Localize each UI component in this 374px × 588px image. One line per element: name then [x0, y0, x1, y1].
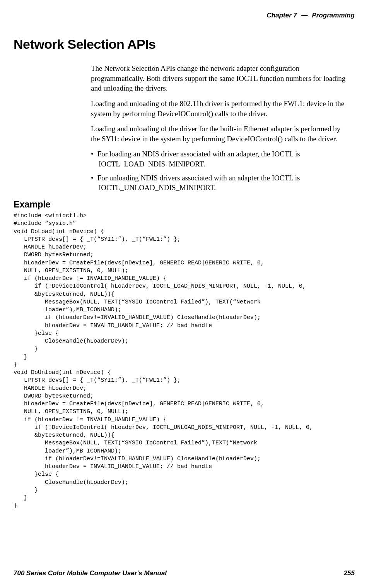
chapter-topic: Programming — [312, 12, 355, 19]
page-footer: 700 Series Color Mobile Computer User's … — [14, 569, 355, 577]
page-number: 255 — [344, 569, 355, 577]
example-heading: Example — [14, 199, 355, 210]
code-example: #include <winioctl.h> #include “sysio.h”… — [14, 212, 355, 510]
paragraph-3: Loading and unloading of the driver for … — [91, 124, 351, 144]
paragraph-2: Loading and unloading of the 802.11b dri… — [91, 99, 351, 118]
bullet-list: For loading an NDIS driver associated wi… — [91, 149, 351, 193]
header-separator: — — [299, 12, 310, 19]
chapter-label: Chapter 7 — [267, 12, 297, 19]
paragraph-1: The Network Selection APIs change the ne… — [91, 63, 351, 93]
body-content: The Network Selection APIs change the ne… — [91, 63, 351, 193]
page-header: Chapter 7 — Programming — [14, 12, 355, 19]
bullet-1: For loading an NDIS driver associated wi… — [91, 149, 351, 169]
bullet-2: For unloading NDIS drivers associated wi… — [91, 173, 351, 193]
section-title: Network Selection APIs — [14, 37, 355, 52]
manual-title: 700 Series Color Mobile Computer User's … — [14, 569, 167, 577]
